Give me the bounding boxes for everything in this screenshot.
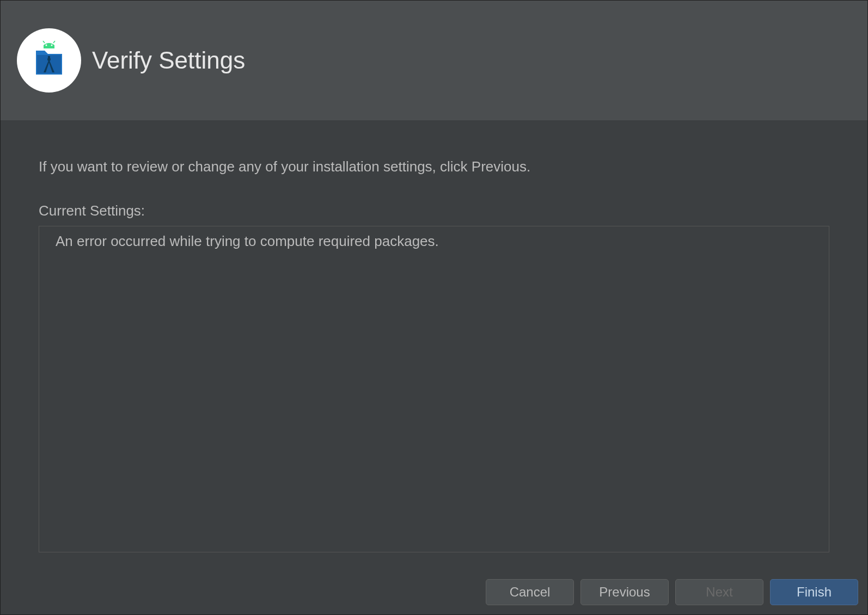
android-studio-icon [29, 41, 69, 80]
instruction-text: If you want to review or change any of y… [39, 158, 829, 175]
next-button: Next [675, 579, 763, 605]
previous-button[interactable]: Previous [580, 579, 669, 605]
svg-line-3 [53, 41, 55, 43]
error-message: An error occurred while trying to comput… [56, 233, 812, 250]
svg-point-1 [51, 45, 53, 46]
cancel-button[interactable]: Cancel [486, 579, 574, 605]
svg-line-2 [43, 41, 45, 43]
wizard-header: Verify Settings [1, 1, 867, 120]
android-studio-logo [17, 28, 81, 93]
settings-display-box: An error occurred while trying to comput… [39, 226, 829, 552]
wizard-button-bar: Cancel Previous Next Finish [486, 579, 858, 605]
finish-button[interactable]: Finish [770, 579, 858, 605]
page-title: Verify Settings [92, 47, 245, 74]
svg-rect-5 [48, 56, 50, 60]
svg-point-0 [46, 45, 47, 46]
wizard-content: If you want to review or change any of y… [1, 120, 867, 552]
current-settings-label: Current Settings: [39, 202, 829, 219]
